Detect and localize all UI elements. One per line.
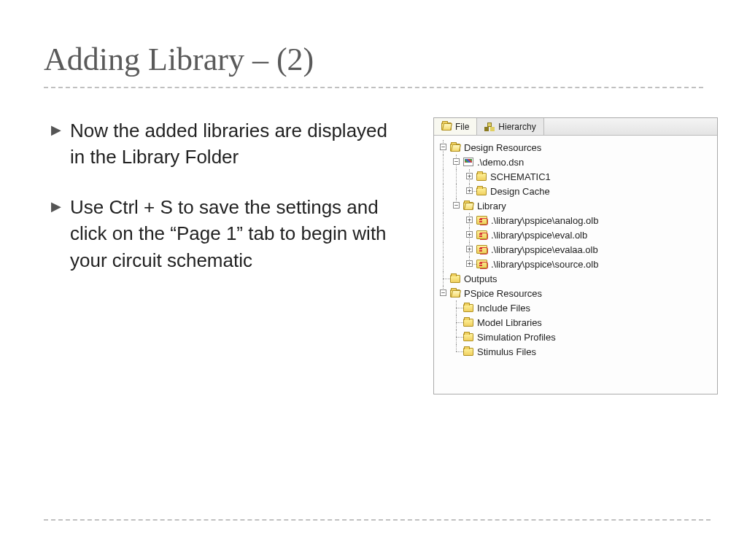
bullet-text: Use Ctrl + S to save the settings and cl… [70, 194, 394, 273]
folder-open-icon [450, 144, 460, 152]
content-area: ▶ Now the added libraries are displayed … [0, 88, 747, 394]
folder-open-icon [463, 202, 473, 210]
tree-node-stimulus-files[interactable]: Stimulus Files [437, 344, 714, 359]
tab-label: Hierarchy [498, 122, 535, 132]
bullet-icon: ▶ [51, 117, 61, 171]
bullet-text: Now the added libraries are displayed in… [70, 117, 394, 171]
collapse-icon[interactable]: − [453, 158, 460, 165]
expand-icon[interactable]: + [466, 260, 473, 267]
tree-node-model-libraries[interactable]: Model Libraries [437, 315, 714, 330]
bottom-divider [44, 519, 711, 521]
bullet-list: ▶ Now the added libraries are displayed … [51, 117, 394, 394]
folder-icon [476, 173, 487, 181]
tab-bar: File Hierarchy [434, 118, 717, 136]
tree-node-schematic1[interactable]: + SCHEMATIC1 [437, 169, 714, 184]
library-file-icon [476, 245, 487, 254]
collapse-icon[interactable]: − [440, 289, 446, 296]
folder-icon [463, 348, 473, 356]
tree-node-outputs[interactable]: Outputs [437, 271, 714, 286]
folder-icon [450, 275, 460, 283]
list-item: ▶ Use Ctrl + S to save the settings and … [51, 188, 394, 273]
tree-node-library[interactable]: − Library [437, 198, 714, 213]
collapse-icon[interactable]: − [440, 144, 446, 150]
tree-node-lib-evalaa[interactable]: + .\library\pspice\evalaa.olb [437, 242, 714, 257]
folder-icon [476, 187, 487, 195]
tab-hierarchy[interactable]: Hierarchy [477, 118, 543, 135]
expand-icon[interactable]: + [466, 217, 473, 223]
tab-file[interactable]: File [434, 118, 477, 135]
expand-icon[interactable]: + [466, 173, 473, 179]
collapse-icon[interactable]: − [453, 202, 460, 209]
folder-open-icon [441, 122, 452, 131]
tree-node-design-cache[interactable]: + Design Cache [437, 184, 714, 198]
expand-icon[interactable]: + [466, 246, 473, 252]
expand-icon[interactable]: + [466, 231, 473, 238]
library-file-icon [476, 216, 487, 225]
folder-icon [463, 304, 473, 312]
project-tree: − Design Resources − .\demo.dsn + SCHEMA… [434, 136, 717, 363]
slide-title: Adding Library – (2) [0, 0, 747, 87]
project-panel: File Hierarchy − Design Resources − .\de… [433, 117, 718, 394]
library-file-icon [476, 260, 487, 268]
folder-icon [463, 319, 473, 327]
tree-node-design-resources[interactable]: − Design Resources [437, 140, 714, 155]
tree-node-pspice-resources[interactable]: − PSpice Resources [437, 286, 714, 300]
tree-node-lib-analog[interactable]: + .\library\pspice\analog.olb [437, 213, 714, 228]
tree-node-lib-eval[interactable]: + .\library\pspice\eval.olb [437, 228, 714, 242]
folder-icon [463, 333, 473, 341]
folder-open-icon [450, 289, 460, 298]
list-item: ▶ Now the added libraries are displayed … [51, 117, 394, 171]
bullet-icon: ▶ [51, 194, 61, 273]
library-file-icon [476, 230, 487, 239]
hierarchy-icon [484, 122, 495, 131]
tab-label: File [455, 122, 469, 132]
tree-node-demo-dsn[interactable]: − .\demo.dsn [437, 155, 714, 169]
design-file-icon [463, 158, 473, 166]
tree-node-include-files[interactable]: Include Files [437, 300, 714, 315]
tree-node-lib-source[interactable]: + .\library\pspice\source.olb [437, 257, 714, 271]
tree-node-simulation-profiles[interactable]: Simulation Profiles [437, 330, 714, 344]
expand-icon[interactable]: + [466, 187, 473, 194]
